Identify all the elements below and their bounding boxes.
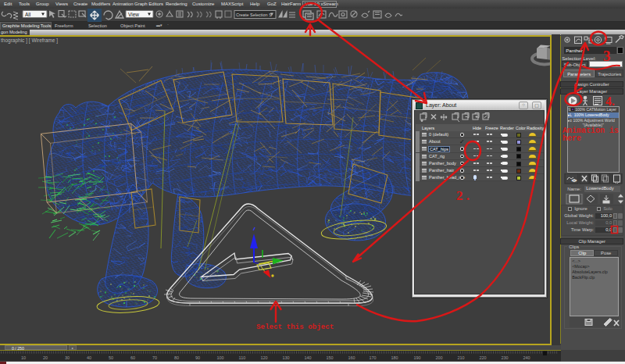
- svg-text:<>: <>: [572, 178, 577, 183]
